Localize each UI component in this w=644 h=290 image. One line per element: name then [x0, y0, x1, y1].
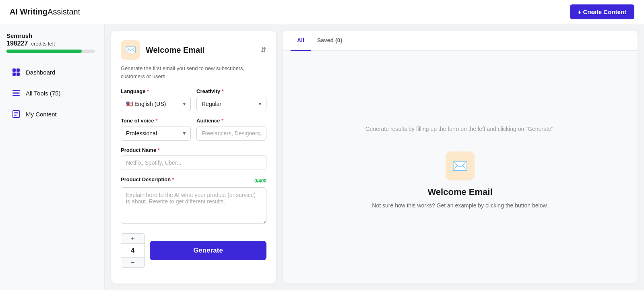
svg-rect-5 — [12, 93, 20, 94]
tools-icon — [11, 88, 21, 98]
logo-light: Assistant — [47, 7, 80, 17]
product-desc-label: Product Description * — [121, 176, 174, 182]
empty-subtitle: Not sure how this works? Get an example … — [372, 202, 548, 209]
account-info: Semrush 198227 credits left — [6, 32, 98, 53]
results-empty-state: Generate results by filling up the form … — [283, 51, 638, 284]
product-desc-field-group: Product Description * 0/400 — [121, 176, 266, 225]
product-name-input[interactable] — [121, 155, 266, 170]
quantity-increase-button[interactable]: + — [121, 234, 144, 243]
language-select-wrapper: 🇺🇸 English (US) English (UK) Spanish Fre… — [121, 97, 191, 111]
language-field-group: Language * 🇺🇸 English (US) English (UK) … — [121, 88, 191, 111]
svg-rect-6 — [12, 95, 20, 96]
quantity-control: + 4 − — [121, 233, 145, 268]
form-description: Generate the first email you send to new… — [121, 64, 266, 80]
results-tabs: All Saved (0) — [283, 31, 638, 51]
sidebar-item-all-tools[interactable]: All Tools (75) — [6, 83, 98, 103]
tool-icon: ✉️ — [125, 45, 136, 55]
generate-button[interactable]: Generate — [150, 241, 266, 260]
creativity-select[interactable]: Regular Creative Original — [196, 97, 266, 111]
credits-label: credits left — [31, 41, 55, 47]
field-row-lang-creativity: Language * 🇺🇸 English (US) English (UK) … — [121, 88, 266, 111]
sidebar-dashboard-label: Dashboard — [26, 69, 55, 76]
credits-progress-fill — [6, 50, 82, 53]
creativity-field-group: Creativity * Regular Creative Original ▼ — [196, 88, 266, 111]
empty-hint-text: Generate results by filling up the form … — [365, 126, 555, 132]
desc-header: Product Description * 0/400 — [121, 176, 266, 185]
product-name-label: Product Name * — [121, 147, 266, 153]
empty-tool-icon-box: ✉️ — [446, 151, 475, 180]
svg-rect-0 — [12, 68, 16, 72]
sidebar-my-content-label: My Content — [26, 111, 57, 118]
chevron-up-down-icon[interactable]: ⇵ — [260, 46, 266, 54]
svg-rect-2 — [12, 72, 16, 76]
audience-label: Audience * — [196, 118, 266, 124]
tab-all[interactable]: All — [291, 31, 311, 51]
sidebar-item-my-content[interactable]: My Content — [6, 104, 98, 124]
dashboard-icon — [11, 67, 21, 77]
language-label: Language * — [121, 88, 191, 94]
app-logo: AI Writing Assistant — [10, 7, 80, 17]
generate-row: + 4 − Generate — [121, 233, 266, 268]
svg-rect-1 — [17, 68, 20, 72]
field-row-tone-audience: Tone of voice * Professional Casual Form… — [121, 118, 266, 141]
audience-input[interactable] — [196, 126, 266, 141]
credits-row: 198227 credits left — [6, 40, 98, 47]
form-panel: ✉️ Welcome Email ⇵ Generate the first em… — [111, 31, 276, 284]
main-layout: Semrush 198227 credits left D — [0, 24, 644, 290]
form-header-left: ✉️ Welcome Email — [121, 40, 204, 60]
sidebar: Semrush 198227 credits left D — [0, 24, 105, 290]
content-icon — [11, 109, 21, 119]
svg-rect-3 — [17, 72, 20, 76]
credits-value: 198227 — [6, 40, 28, 47]
tone-select-wrapper: Professional Casual Formal Friendly ▼ — [121, 126, 191, 141]
char-count: 0/400 — [254, 178, 266, 184]
create-content-button[interactable]: + Create Content — [570, 4, 634, 19]
tone-label: Tone of voice * — [121, 118, 191, 124]
quantity-display: 4 — [121, 243, 144, 258]
tone-select[interactable]: Professional Casual Formal Friendly — [121, 126, 191, 141]
results-panel: All Saved (0) Generate results by fillin… — [283, 31, 638, 284]
sidebar-all-tools-label: All Tools (75) — [26, 90, 60, 97]
form-title: Welcome Email — [146, 46, 204, 55]
product-name-field-group: Product Name * — [121, 147, 266, 170]
credits-progress-bg — [6, 50, 95, 53]
creativity-select-wrapper: Regular Creative Original ▼ — [196, 97, 266, 111]
account-name: Semrush — [6, 32, 98, 39]
logo-bold: AI Writing — [10, 7, 47, 17]
empty-tool-icon: ✉️ — [452, 158, 468, 174]
content-area: ✉️ Welcome Email ⇵ Generate the first em… — [105, 24, 644, 290]
empty-title: Welcome Email — [428, 187, 493, 197]
creativity-label: Creativity * — [196, 88, 266, 94]
tab-saved[interactable]: Saved (0) — [311, 31, 349, 51]
audience-field-group: Audience * — [196, 118, 266, 141]
tool-icon-box: ✉️ — [121, 40, 140, 60]
sidebar-nav: Dashboard All Tools (75) — [6, 62, 98, 124]
product-desc-textarea[interactable] — [121, 187, 266, 224]
language-select[interactable]: 🇺🇸 English (US) English (UK) Spanish Fre… — [121, 97, 191, 111]
svg-rect-4 — [12, 90, 20, 91]
form-header: ✉️ Welcome Email ⇵ — [121, 40, 266, 60]
tone-field-group: Tone of voice * Professional Casual Form… — [121, 118, 191, 141]
quantity-decrease-button[interactable]: − — [121, 258, 144, 267]
sidebar-item-dashboard[interactable]: Dashboard — [6, 62, 98, 82]
header: AI Writing Assistant + Create Content — [0, 0, 644, 24]
